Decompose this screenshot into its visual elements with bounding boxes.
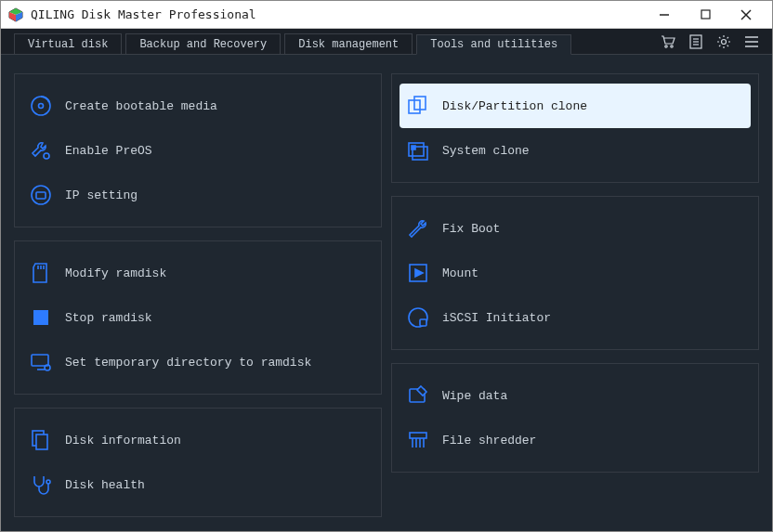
settings-icon[interactable] — [716, 34, 731, 49]
panel-disk-info: Disk information Disk health — [14, 408, 382, 517]
svg-rect-37 — [412, 146, 415, 149]
panel-fix-mount: Fix Boot Mount iSCSI Initiator — [391, 196, 759, 350]
tab-disk-management[interactable]: Disk management — [284, 33, 413, 54]
item-label: IP setting — [65, 188, 138, 202]
svg-point-8 — [665, 45, 667, 46]
tabbar: Virtual disk Backup and Recovery Disk ma… — [1, 29, 772, 55]
item-label: Create bootable media — [65, 99, 217, 113]
item-label: Mount — [442, 266, 478, 280]
svg-point-21 — [32, 186, 50, 204]
item-iscsi-initiator[interactable]: iSCSI Initiator — [400, 295, 751, 340]
maximize-button[interactable] — [685, 2, 726, 28]
item-enable-preos[interactable]: Enable PreOS — [22, 128, 373, 173]
item-wipe-data[interactable]: Wipe data — [400, 373, 751, 418]
close-button[interactable] — [726, 2, 766, 28]
item-mount[interactable]: Mount — [400, 251, 751, 295]
shredder-icon — [407, 429, 429, 451]
app-logo-icon — [8, 7, 23, 22]
item-system-clone[interactable]: System clone — [400, 128, 751, 173]
item-disk-partition-clone[interactable]: Disk/Partition clone — [400, 84, 751, 128]
tools-icon — [30, 139, 52, 162]
menu-icon[interactable] — [744, 34, 759, 49]
item-disk-information[interactable]: Disk information — [22, 418, 373, 462]
svg-rect-43 — [410, 433, 426, 438]
item-label: Disk information — [65, 434, 181, 448]
item-label: Modify ramdisk — [65, 266, 166, 280]
item-stop-ramdisk[interactable]: Stop ramdisk — [22, 295, 373, 340]
tab-label: Disk management — [298, 38, 399, 51]
item-label: Set temporary directory to ramdisk — [65, 356, 311, 370]
item-label: iSCSI Initiator — [442, 311, 551, 325]
item-modify-ramdisk[interactable]: Modify ramdisk — [22, 251, 373, 295]
content-area: Create bootable media Enable PreOS IP se… — [1, 55, 772, 531]
document-icon — [30, 429, 52, 451]
tab-label: Tools and utilities — [430, 38, 557, 51]
svg-point-32 — [46, 480, 50, 484]
clone-icon — [407, 95, 429, 117]
svg-rect-31 — [36, 435, 47, 449]
svg-rect-41 — [420, 319, 426, 326]
svg-rect-26 — [33, 310, 48, 325]
tab-label: Backup and Recovery — [139, 38, 267, 51]
panel-ramdisk: Modify ramdisk Stop ramdisk Set temporar… — [14, 240, 382, 395]
panel-clone: Disk/Partition clone System clone — [391, 73, 759, 183]
wrench-icon — [407, 217, 429, 240]
item-ip-setting[interactable]: IP setting — [22, 173, 373, 217]
tab-virtual-disk[interactable]: Virtual disk — [14, 33, 122, 54]
item-fix-boot[interactable]: Fix Boot — [400, 206, 751, 251]
titlebar: QILING Disk Master Professional — [1, 1, 772, 29]
svg-rect-22 — [36, 192, 46, 199]
item-label: Wipe data — [442, 389, 507, 403]
item-label: Disk health — [65, 478, 145, 492]
item-label: File shredder — [442, 434, 536, 448]
log-icon[interactable] — [688, 34, 703, 49]
item-label: Disk/Partition clone — [442, 99, 587, 113]
tab-tools-utilities[interactable]: Tools and utilities — [416, 34, 571, 55]
stethoscope-icon — [30, 474, 52, 496]
svg-point-20 — [44, 153, 49, 159]
svg-point-9 — [671, 45, 673, 46]
minimize-button[interactable] — [644, 2, 685, 28]
svg-rect-27 — [32, 355, 48, 366]
tab-label: Virtual disk — [28, 38, 108, 51]
disk-icon — [407, 306, 429, 329]
item-label: Fix Boot — [442, 222, 500, 236]
item-set-temp-ramdisk[interactable]: Set temporary directory to ramdisk — [22, 340, 373, 384]
cart-icon[interactable] — [661, 34, 675, 49]
item-label: Enable PreOS — [65, 144, 152, 158]
svg-point-14 — [722, 39, 727, 44]
window-title: QILING Disk Master Professional — [31, 7, 644, 21]
item-create-bootable-media[interactable]: Create bootable media — [22, 84, 373, 128]
monitor-icon — [30, 184, 52, 206]
item-label: System clone — [442, 144, 530, 158]
eraser-icon — [407, 384, 429, 407]
disc-icon — [30, 95, 52, 117]
play-icon — [407, 262, 429, 284]
panel-boot-media: Create bootable media Enable PreOS IP se… — [14, 73, 382, 227]
svg-marker-39 — [415, 269, 423, 277]
svg-rect-5 — [701, 10, 710, 19]
monitor-gear-icon — [30, 351, 52, 373]
tab-backup-recovery[interactable]: Backup and Recovery — [125, 33, 281, 54]
sd-card-icon — [30, 262, 52, 284]
item-label: Stop ramdisk — [65, 311, 152, 325]
system-clone-icon — [407, 139, 429, 162]
svg-point-19 — [39, 104, 44, 109]
item-disk-health[interactable]: Disk health — [22, 462, 373, 507]
item-file-shredder[interactable]: File shredder — [400, 418, 751, 462]
stop-icon — [30, 306, 52, 329]
panel-wipe-shred: Wipe data File shredder — [391, 363, 759, 473]
